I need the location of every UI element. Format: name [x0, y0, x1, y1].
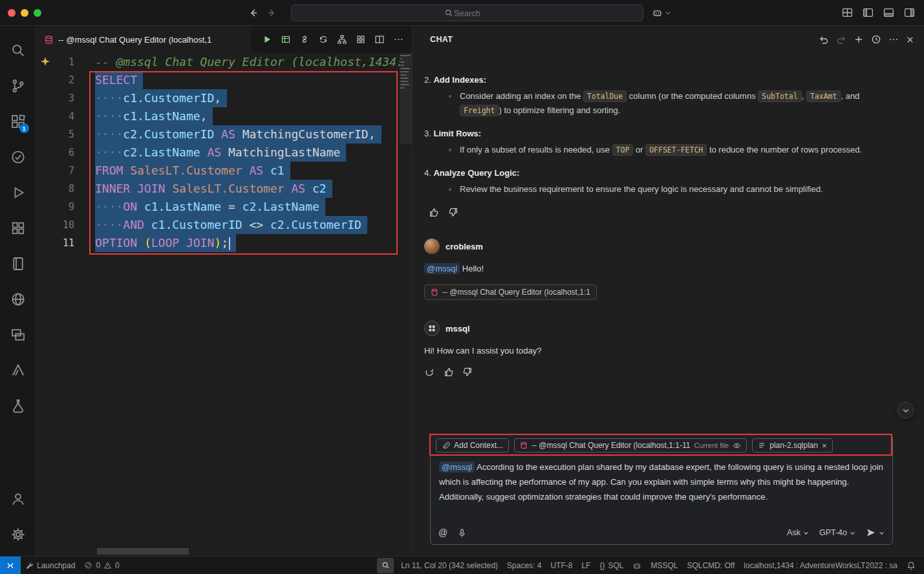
sidebar-item-extensions[interactable]: 1 [3, 103, 34, 139]
message-attachment-chip[interactable]: -- @mssql Chat Query Editor (localhost,1… [424, 284, 597, 300]
thumbs-up-icon[interactable] [428, 207, 439, 218]
paperclip-icon [442, 441, 450, 450]
sqlcmd-toggle-icon[interactable] [354, 32, 368, 47]
forward-button[interactable] [266, 8, 277, 18]
chevron-down-icon [665, 10, 671, 16]
model-selector[interactable]: GPT-4o [819, 528, 855, 537]
eol-indicator[interactable]: LF [577, 557, 595, 574]
chevron-down-icon [902, 407, 910, 414]
chat-history-icon[interactable] [871, 34, 881, 45]
file-context-chip[interactable]: -- @mssql Chat Query Editor (localhost,1… [514, 438, 747, 452]
toggle-sidebar-left-icon[interactable] [863, 7, 874, 18]
indentation-indicator[interactable]: Spaces: 4 [502, 557, 546, 574]
braces-icon: {} [599, 561, 605, 570]
regenerate-icon[interactable] [424, 367, 435, 377]
thumbs-down-icon[interactable] [448, 207, 459, 218]
sidebar-item-run-debug[interactable] [3, 175, 34, 210]
database-icon [44, 35, 54, 45]
sqlcmd-status[interactable]: SQLCMD: Off [683, 557, 740, 574]
chat-close-icon[interactable] [905, 35, 915, 45]
editor[interactable]: 1234567891011 -- @mssql Chat Query Edito… [36, 53, 412, 556]
chat-more-icon[interactable]: ⋯ [888, 34, 898, 45]
mic-icon[interactable] [457, 528, 467, 538]
add-context-label: Add Context... [454, 441, 503, 450]
sidebar-item-github[interactable] [3, 281, 34, 317]
language-indicator[interactable]: {} SQL [595, 557, 628, 574]
chat-redo-icon[interactable] [836, 34, 846, 45]
source-control-icon [10, 78, 26, 94]
cursor-position-indicator[interactable]: Ln 11, Col 20 (342 selected) [396, 557, 502, 574]
search-icon [444, 8, 453, 17]
sidebar-item-remote-explorer[interactable] [3, 317, 34, 352]
thumbs-up-icon[interactable] [443, 367, 454, 377]
scroll-to-bottom-button[interactable] [897, 401, 914, 419]
plan-context-chip[interactable]: plan-2.sqlplan × [752, 438, 832, 452]
wrench-icon [25, 561, 34, 569]
chat-input-text[interactable]: @mssql According to the execution plan s… [431, 456, 892, 504]
launchpad-button[interactable]: Launchpad [21, 557, 80, 574]
chat-panel: CHAT ⋯ 2. Add Indexes:Consider adding an… [412, 26, 924, 556]
more-actions-icon[interactable]: ⋯ [391, 32, 405, 47]
notifications-button[interactable] [902, 557, 920, 574]
settings-button[interactable] [3, 516, 34, 552]
sidebar-item-blocks[interactable] [3, 210, 34, 246]
chevron-down-icon [850, 530, 855, 536]
eye-icon[interactable] [733, 441, 741, 450]
sidebar-item-database-projects[interactable] [3, 388, 34, 423]
window-controls [8, 9, 41, 17]
encoding-indicator[interactable]: UTF-8 [546, 557, 577, 574]
sidebar-item-azure[interactable] [3, 352, 34, 388]
results-grid-icon[interactable] [279, 32, 293, 47]
sidebar-item-notebook[interactable] [3, 246, 34, 281]
horizontal-scrollbar[interactable] [97, 548, 189, 555]
user-name: croblesm [446, 240, 483, 253]
send-button[interactable] [866, 527, 885, 538]
accounts-button[interactable] [3, 481, 34, 516]
sidebar-item-source-control[interactable] [3, 68, 34, 103]
mention-picker-icon[interactable]: @ [438, 527, 447, 538]
back-button[interactable] [248, 8, 259, 18]
tab-title: -- @mssql Chat Query Editor (localhost,1 [58, 35, 211, 45]
toggle-panel-icon[interactable] [883, 7, 894, 18]
sidebar-item-testing[interactable] [3, 139, 34, 175]
editor-code[interactable]: -- @mssql Chat Query Editor (localhost,1… [95, 53, 400, 547]
editor-tab[interactable]: -- @mssql Chat Query Editor (localhost,1 [36, 26, 251, 53]
bell-icon [907, 561, 916, 570]
zoom-indicator[interactable] [377, 558, 394, 573]
disconnect-icon[interactable] [297, 32, 312, 47]
minimize-window-button[interactable] [21, 9, 28, 17]
chat-undo-icon[interactable] [819, 34, 829, 45]
errors-count: 0 [96, 561, 100, 570]
editor-minimap[interactable] [400, 53, 412, 547]
mssql-status[interactable]: MSSQL [646, 557, 682, 574]
mode-selector[interactable]: Ask [787, 528, 809, 537]
file-chip-label: -- @mssql Chat Query Editor (localhost,1… [532, 441, 690, 450]
split-editor-icon[interactable] [372, 32, 387, 47]
remote-explorer-icon [10, 327, 26, 343]
list-icon [758, 441, 766, 449]
change-connection-icon[interactable] [316, 32, 330, 47]
problems-indicator[interactable]: 0 0 [80, 557, 124, 574]
remove-attachment-icon[interactable]: × [822, 441, 827, 450]
connection-status[interactable]: localhost,1434 : AdventureWorksLT2022 : … [739, 557, 902, 574]
gear-icon [10, 527, 26, 542]
command-center-search[interactable] [291, 5, 643, 21]
chat-panel-title: CHAT [430, 35, 453, 44]
editor-layout-icon[interactable] [842, 7, 853, 18]
maximize-window-button[interactable] [34, 9, 41, 17]
copilot-menu-button[interactable] [652, 7, 671, 18]
mention-chip[interactable]: @mssql [424, 263, 460, 274]
new-chat-icon[interactable] [854, 34, 864, 45]
remote-indicator[interactable] [0, 557, 21, 574]
copilot-status[interactable] [628, 557, 646, 574]
add-context-chip[interactable]: Add Context... [436, 438, 509, 452]
toggle-sidebar-right-icon[interactable] [904, 7, 915, 18]
estimated-plan-icon[interactable] [335, 32, 349, 47]
search-input[interactable] [292, 5, 643, 21]
sidebar-item-search[interactable] [3, 32, 34, 68]
chat-input-container[interactable]: Add Context... -- @mssql Chat Query Edit… [430, 434, 893, 545]
thumbs-down-icon[interactable] [462, 367, 473, 377]
database-icon [520, 441, 528, 449]
run-query-button[interactable] [260, 32, 274, 47]
close-window-button[interactable] [8, 9, 16, 17]
